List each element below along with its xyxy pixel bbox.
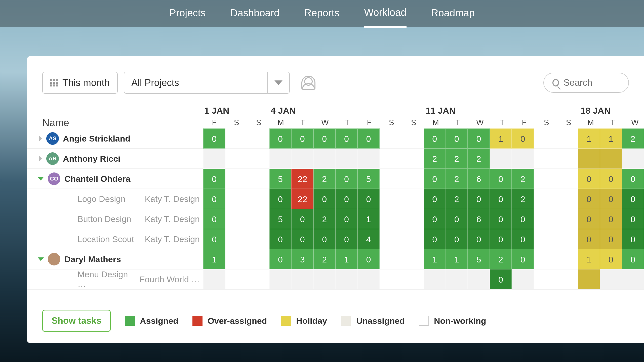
workload-cell[interactable]: 1 <box>357 209 380 229</box>
workload-cell[interactable]: 0 <box>512 229 534 249</box>
workload-cell[interactable]: 0 <box>622 189 644 209</box>
workload-cell[interactable] <box>446 269 468 289</box>
workload-cell[interactable]: 0 <box>512 249 534 269</box>
workload-cell[interactable]: 2 <box>424 149 446 169</box>
workload-cell[interactable] <box>313 269 336 289</box>
workload-cell[interactable]: 5 <box>269 209 292 229</box>
workload-cell[interactable]: 1 <box>446 249 468 269</box>
workload-cell[interactable] <box>380 128 402 149</box>
workload-cell[interactable]: 0 <box>357 249 380 269</box>
workload-cell[interactable] <box>203 269 225 289</box>
workload-cell[interactable]: 0 <box>203 229 225 249</box>
workload-cell[interactable]: 0 <box>600 229 622 249</box>
workload-cell[interactable]: 6 <box>468 169 490 189</box>
workload-cell[interactable]: 2 <box>446 189 468 209</box>
workload-cell[interactable]: 0 <box>490 269 512 289</box>
nav-tab-reports[interactable]: Reports <box>304 7 339 20</box>
workload-cell[interactable] <box>401 209 424 229</box>
workload-cell[interactable]: 0 <box>490 189 512 209</box>
workload-cell[interactable] <box>468 269 490 289</box>
workload-cell[interactable]: 0 <box>446 128 468 149</box>
workload-cell[interactable] <box>401 269 424 289</box>
workload-cell[interactable] <box>380 269 402 289</box>
workload-cell[interactable] <box>203 149 225 169</box>
workload-cell[interactable] <box>247 249 269 269</box>
workload-cell[interactable]: 0 <box>600 169 622 189</box>
workload-cell[interactable]: 0 <box>490 209 512 229</box>
workload-cell[interactable]: 2 <box>313 249 336 269</box>
workload-cell[interactable]: 22 <box>291 189 313 209</box>
workload-cell[interactable]: 0 <box>291 229 313 249</box>
workload-cell[interactable] <box>247 269 269 289</box>
workload-cell[interactable] <box>556 149 578 169</box>
workload-cell[interactable] <box>357 149 380 169</box>
workload-cell[interactable] <box>578 149 600 169</box>
workload-cell[interactable] <box>600 149 622 169</box>
workload-cell[interactable] <box>556 128 578 149</box>
workload-cell[interactable]: 0 <box>622 229 644 249</box>
project-filter-dropdown[interactable]: All Projects <box>124 72 290 94</box>
chevron-right-icon[interactable] <box>39 135 42 142</box>
workload-cell[interactable]: 0 <box>424 128 446 149</box>
workload-cell[interactable]: 4 <box>357 229 380 249</box>
workload-cell[interactable] <box>556 209 578 229</box>
workload-cell[interactable] <box>247 149 269 169</box>
workload-cell[interactable] <box>534 249 556 269</box>
workload-cell[interactable]: 0 <box>600 209 622 229</box>
workload-cell[interactable]: 0 <box>578 189 600 209</box>
workload-cell[interactable] <box>380 149 402 169</box>
workload-cell[interactable]: 0 <box>600 249 622 269</box>
workload-cell[interactable]: 0 <box>269 249 292 269</box>
workload-cell[interactable]: 0 <box>468 128 490 149</box>
workload-cell[interactable] <box>424 269 446 289</box>
workload-cell[interactable] <box>578 269 600 289</box>
workload-cell[interactable] <box>225 229 248 249</box>
workload-cell[interactable] <box>380 189 402 209</box>
workload-cell[interactable] <box>247 229 269 249</box>
workload-cell[interactable] <box>534 128 556 149</box>
workload-cell[interactable] <box>225 149 248 169</box>
workload-cell[interactable] <box>357 269 380 289</box>
workload-cell[interactable]: 0 <box>424 209 446 229</box>
workload-cell[interactable]: 0 <box>424 169 446 189</box>
workload-cell[interactable] <box>600 269 622 289</box>
workload-cell[interactable]: 0 <box>600 189 622 209</box>
workload-cell[interactable]: 0 <box>291 128 313 149</box>
workload-cell[interactable] <box>269 269 292 289</box>
workload-cell[interactable]: 0 <box>357 189 380 209</box>
workload-cell[interactable]: 3 <box>291 249 313 269</box>
workload-cell[interactable]: 0 <box>490 229 512 249</box>
nav-tab-dashboard[interactable]: Dashboard <box>230 7 280 20</box>
chevron-down-icon[interactable] <box>38 177 44 180</box>
workload-cell[interactable] <box>291 149 313 169</box>
chevron-right-icon[interactable] <box>39 156 42 162</box>
workload-cell[interactable] <box>380 169 402 189</box>
workload-cell[interactable]: 2 <box>622 128 644 149</box>
workload-cell[interactable]: 0 <box>622 209 644 229</box>
workload-cell[interactable] <box>401 149 424 169</box>
workload-cell[interactable]: 0 <box>446 229 468 249</box>
workload-cell[interactable]: 0 <box>269 128 292 149</box>
workload-cell[interactable]: 2 <box>512 169 534 189</box>
workload-cell[interactable]: 0 <box>291 209 313 229</box>
workload-cell[interactable]: 0 <box>313 189 336 209</box>
workload-cell[interactable]: 2 <box>446 149 468 169</box>
workload-cell[interactable] <box>380 229 402 249</box>
workload-cell[interactable]: 0 <box>512 209 534 229</box>
workload-cell[interactable]: 0 <box>424 189 446 209</box>
workload-cell[interactable]: 0 <box>512 128 534 149</box>
workload-cell[interactable] <box>534 269 556 289</box>
workload-cell[interactable] <box>534 229 556 249</box>
workload-cell[interactable]: 0 <box>203 128 225 149</box>
workload-cell[interactable]: 2 <box>490 249 512 269</box>
workload-cell[interactable]: 0 <box>336 189 358 209</box>
workload-cell[interactable]: 5 <box>468 249 490 269</box>
workload-cell[interactable]: 5 <box>357 169 380 189</box>
user-filter-icon[interactable] <box>301 76 315 90</box>
workload-cell[interactable]: 2 <box>313 169 336 189</box>
search-box[interactable] <box>543 73 629 93</box>
workload-cell[interactable] <box>556 269 578 289</box>
workload-cell[interactable]: 0 <box>269 189 292 209</box>
workload-cell[interactable] <box>556 249 578 269</box>
workload-cell[interactable] <box>534 209 556 229</box>
